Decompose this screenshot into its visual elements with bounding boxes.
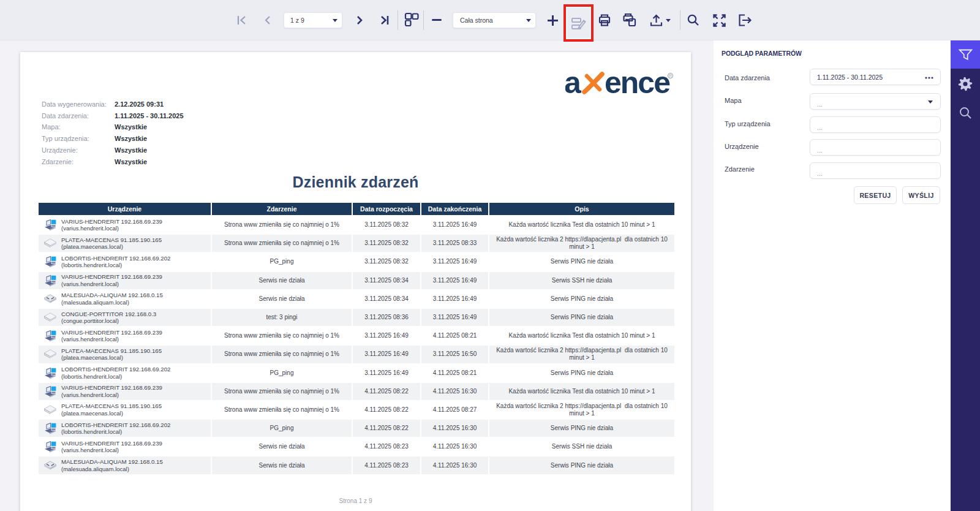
svg-text:R: R — [669, 74, 672, 78]
svg-text:a: a — [565, 68, 582, 96]
svg-text:ence: ence — [605, 68, 670, 96]
